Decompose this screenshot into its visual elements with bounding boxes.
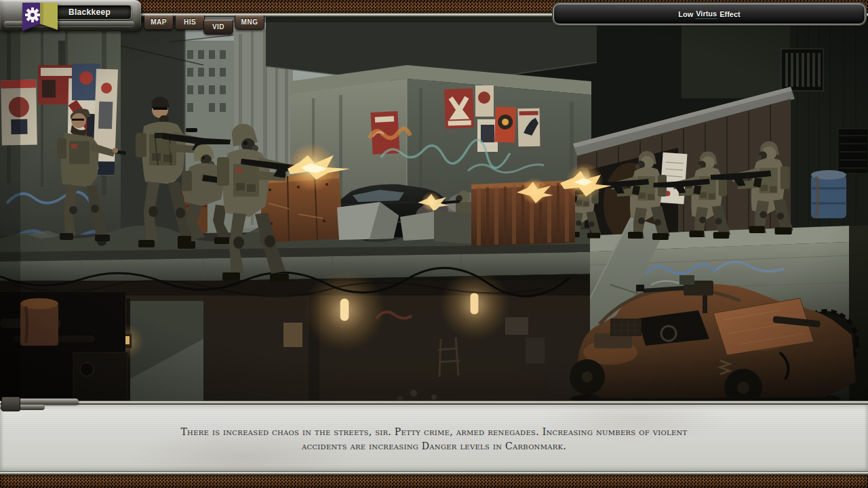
city-name: Blackkeep	[47, 5, 132, 20]
status-banner-prefix: Low	[678, 10, 693, 18]
city-flag-button[interactable]	[22, 3, 58, 37]
pipe-ornament	[0, 396, 81, 415]
status-banner[interactable]: Low Virtus Effect	[553, 3, 865, 24]
status-banner-suffix: Effect	[719, 10, 741, 18]
battle-scene-illustration	[0, 16, 868, 402]
tab-vid[interactable]: VID	[203, 20, 233, 35]
advisor-message-line: There is increased chaos in the streets,…	[0, 425, 868, 439]
chrome-mesh-bottom	[0, 474, 868, 488]
tab-mng[interactable]: MNG	[235, 15, 264, 30]
chrome-rail-message-bottom	[0, 471, 868, 475]
view-tabs: MAP HIS VID MNG	[142, 0, 271, 35]
game-screen: There is increased chaos in the streets,…	[0, 0, 868, 488]
city-flag	[22, 3, 58, 37]
chrome-rail-message-top	[0, 401, 868, 405]
advisor-message-line: accidents are increasing Danger levels i…	[0, 439, 868, 453]
tab-his[interactable]: HIS	[175, 15, 205, 30]
gear-icon	[25, 7, 40, 22]
city-header-panel: Blackkeep	[0, 0, 141, 31]
advisor-message: There is increased chaos in the streets,…	[0, 404, 868, 453]
message-panel: There is increased chaos in the streets,…	[0, 404, 868, 472]
tab-map[interactable]: MAP	[144, 15, 174, 30]
status-keyword-virtus[interactable]: Virtus	[696, 9, 717, 19]
